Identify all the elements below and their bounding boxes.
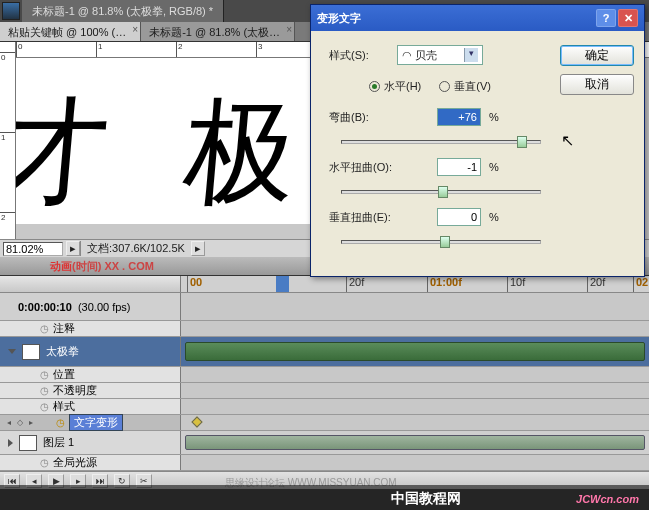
time-ruler[interactable]: 00 20f 01:00f 10f 20f 02:0: [181, 276, 649, 292]
dialog-titlebar[interactable]: 变形文字 ? ✕: [311, 5, 644, 31]
stopwatch-icon[interactable]: ◷: [40, 401, 49, 412]
timecode-row: 0:00:00:10 (30.00 fps): [0, 293, 649, 321]
close-button[interactable]: ✕: [618, 9, 638, 27]
hdist-slider[interactable]: [341, 190, 541, 194]
layer-thumbnail: [19, 435, 37, 451]
layer-taiji[interactable]: 太极拳: [0, 337, 649, 367]
pct-2: %: [489, 161, 499, 173]
horizontal-radio[interactable]: 水平(H): [369, 79, 421, 94]
warp-text-dialog: 变形文字 ? ✕ 确定 取消 样式(S): ◠ 贝壳 ▾ 水平(H) 垂直(V)…: [310, 4, 645, 277]
zoom-arrow[interactable]: ▸: [66, 241, 80, 256]
playhead[interactable]: [276, 276, 289, 292]
vertical-radio[interactable]: 垂直(V): [439, 79, 491, 94]
disclosure-icon[interactable]: [8, 349, 16, 354]
canvas-text: 才 极: [16, 74, 327, 230]
layer-1[interactable]: 图层 1: [0, 431, 649, 455]
current-time[interactable]: 0:00:00:10: [18, 301, 72, 313]
pct-1: %: [489, 111, 499, 123]
disclosure-icon[interactable]: [8, 439, 13, 447]
style-combo[interactable]: ◠ 贝壳 ▾: [397, 45, 483, 65]
close-icon[interactable]: ×: [286, 24, 292, 35]
text-warp-label: 文字变形: [69, 414, 123, 431]
watermark-text: (时间) XX . COM: [72, 259, 154, 274]
window-title: 未标题-1 @ 81.8% (太极拳, RGB/8) *: [22, 0, 224, 22]
comments-label: 注释: [53, 321, 75, 336]
vertical-ruler: 012: [0, 42, 16, 239]
document-tab-1-label: 粘贴关键帧 @ 100% (…: [8, 26, 126, 38]
app-icon: [2, 2, 20, 20]
timeline-ruler-row: 00 20f 01:00f 10f 20f 02:0: [0, 276, 649, 293]
style-track[interactable]: ◷样式: [0, 399, 649, 415]
chevron-down-icon[interactable]: ▾: [464, 48, 478, 62]
footer-en: JCWcn.com: [576, 493, 639, 505]
doc-info: 文档:307.6K/102.5K: [80, 241, 191, 256]
footer-brand: 中国教程网 JCWcn.com: [0, 485, 649, 510]
tick-20f-2: 20f: [587, 276, 605, 292]
opacity-label: 不透明度: [53, 383, 97, 398]
keyframe-diamond[interactable]: [191, 416, 202, 427]
close-icon[interactable]: ×: [132, 24, 138, 35]
document-tab-1[interactable]: 粘贴关键帧 @ 100% (…×: [0, 22, 141, 41]
tick-00: 00: [187, 276, 202, 292]
info-arrow[interactable]: ▸: [191, 241, 205, 256]
horizontal-label: 水平(H): [384, 79, 421, 94]
tick-10f: 10f: [507, 276, 525, 292]
style-value: 贝壳: [415, 49, 437, 61]
vdist-input[interactable]: [437, 208, 481, 226]
ok-button[interactable]: 确定: [560, 45, 634, 66]
global-light-track[interactable]: ◷全局光源: [0, 455, 649, 471]
layer-name: 太极拳: [46, 344, 79, 359]
stopwatch-icon[interactable]: ◷: [56, 417, 65, 428]
cancel-button[interactable]: 取消: [560, 74, 634, 95]
global-light-label: 全局光源: [53, 455, 97, 470]
position-track[interactable]: ◷位置: [0, 367, 649, 383]
layer2-name: 图层 1: [43, 435, 74, 450]
footer-cn: 中国教程网: [391, 490, 461, 506]
bend-slider[interactable]: [341, 140, 541, 144]
hdist-label: 水平扭曲(O):: [329, 160, 437, 175]
tick-0100f: 01:00f: [427, 276, 462, 292]
position-label: 位置: [53, 367, 75, 382]
animation-panel: 00 20f 01:00f 10f 20f 02:0 0:00:00:10 (3…: [0, 275, 649, 489]
cursor-icon: ↖: [561, 131, 574, 150]
stopwatch-icon[interactable]: ◷: [40, 457, 49, 468]
help-button[interactable]: ?: [596, 9, 616, 27]
vertical-label: 垂直(V): [454, 79, 491, 94]
hdist-input[interactable]: [437, 158, 481, 176]
tick-0200: 02:0: [633, 276, 649, 292]
fps-label: (30.00 fps): [78, 301, 131, 313]
stopwatch-icon[interactable]: ◷: [40, 369, 49, 380]
pct-3: %: [489, 211, 499, 223]
zoom-input[interactable]: [3, 242, 63, 256]
vdist-slider[interactable]: [341, 240, 541, 244]
stopwatch-icon[interactable]: ◷: [40, 323, 49, 334]
stopwatch-icon[interactable]: ◷: [40, 385, 49, 396]
animation-label: 动画: [50, 259, 72, 274]
dialog-title: 变形文字: [317, 11, 361, 26]
style-label: 样式(S):: [329, 48, 397, 63]
text-warp-track[interactable]: ◂◇▸ ◷ 文字变形: [0, 415, 649, 431]
comments-track[interactable]: ◷注释: [0, 321, 649, 337]
keyframe-nav[interactable]: ◂◇▸: [4, 418, 36, 428]
bend-label: 弯曲(B):: [329, 110, 437, 125]
bend-input[interactable]: [437, 108, 481, 126]
vdist-label: 垂直扭曲(E):: [329, 210, 437, 225]
layer-thumbnail: [22, 344, 40, 360]
style-label: 样式: [53, 399, 75, 414]
opacity-track[interactable]: ◷不透明度: [0, 383, 649, 399]
document-tab-2-label: 未标题-1 @ 81.8% (太极…: [149, 26, 280, 38]
document-tab-2[interactable]: 未标题-1 @ 81.8% (太极…×: [141, 22, 295, 41]
tick-20f: 20f: [346, 276, 364, 292]
